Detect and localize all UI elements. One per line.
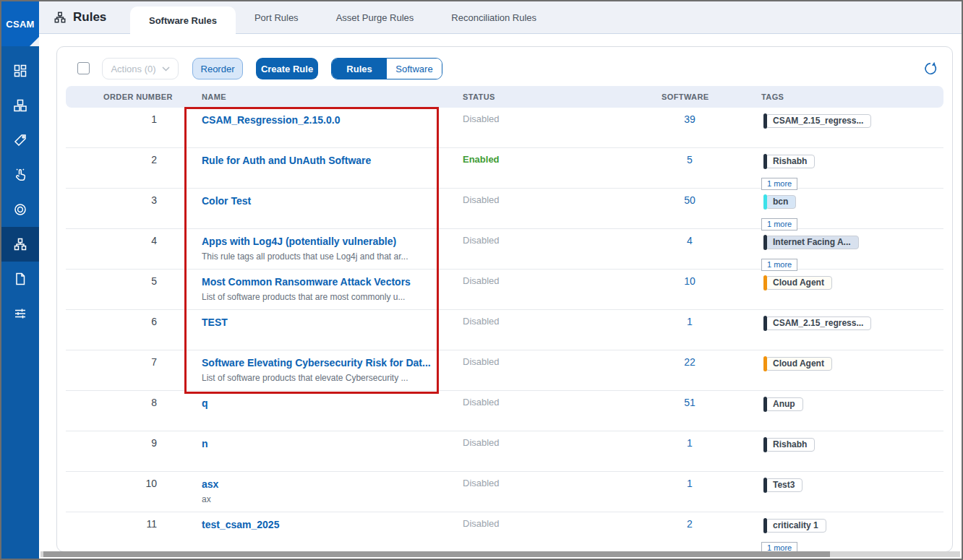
order-number-cell: 8	[103, 397, 157, 408]
logo-corner-fold	[30, 37, 39, 46]
tag-label: CSAM_2.15_regress...	[773, 116, 863, 126]
status-cell: Disabled	[463, 518, 549, 529]
software-count-link[interactable]: 1	[650, 437, 729, 449]
rule-name-link[interactable]: asx	[202, 478, 218, 490]
csam-logo[interactable]: CSAM	[1, 1, 39, 46]
rule-description: List of software products that elevate C…	[202, 373, 440, 383]
column-header-order-number[interactable]: ORDER NUMBER	[103, 92, 173, 101]
tag-chip[interactable]: Rishabh	[766, 438, 815, 452]
rule-description: List of software products that are most …	[202, 292, 440, 302]
rule-name-link[interactable]: Apps with Log4J (potentially vulnerable)	[202, 236, 396, 247]
tag-chip[interactable]: Cloud Agent	[766, 276, 832, 290]
dashboard-icon	[13, 64, 27, 78]
tag-chip[interactable]: CSAM_2.15_regress...	[766, 114, 871, 128]
software-count-link[interactable]: 2	[650, 518, 729, 530]
sidebar-item-dashboard[interactable]	[1, 53, 39, 88]
tag-color-bar	[763, 316, 767, 331]
document-icon	[13, 272, 27, 286]
table-row: 7 Software Elevating Cybersecurity Risk …	[66, 350, 943, 391]
select-all-checkbox[interactable]	[77, 62, 90, 74]
sidebar-item-os[interactable]	[1, 192, 39, 227]
rule-name-link[interactable]: TEST	[202, 316, 228, 328]
create-rule-button[interactable]: Create Rule	[256, 58, 318, 79]
tag-chip[interactable]: Internet Facing A...	[766, 236, 859, 249]
tag-color-bar	[763, 397, 767, 412]
horizontal-scrollbar-thumb[interactable]	[43, 551, 830, 557]
software-count-link[interactable]: 5	[650, 154, 729, 165]
software-count-link[interactable]: 50	[650, 194, 729, 206]
column-header-status[interactable]: STATUS	[463, 92, 495, 101]
table-body: 1 CSAM_Resgression_2.15.0.0 Disabled 39 …	[66, 108, 943, 553]
name-cell: q	[202, 397, 440, 410]
software-count-link[interactable]: 4	[650, 235, 729, 246]
rule-name-link[interactable]: test_csam_2025	[202, 519, 279, 530]
ring-icon	[13, 202, 27, 217]
tags-cell: Test3	[761, 478, 942, 492]
sidebar-item-tags[interactable]	[1, 123, 39, 158]
rule-name-link[interactable]: Software Elevating Cybersecurity Risk fo…	[202, 357, 431, 369]
order-number-cell: 2	[103, 154, 157, 165]
software-count-link[interactable]: 10	[650, 275, 729, 287]
software-count-link[interactable]: 51	[650, 397, 729, 408]
sidebar-item-configuration[interactable]	[1, 296, 39, 331]
tag-chip[interactable]: Anup	[766, 397, 803, 411]
tab-reconciliation-rules[interactable]: Reconciliation Rules	[432, 1, 555, 33]
name-cell: Software Elevating Cybersecurity Risk fo…	[202, 356, 440, 383]
tag-label: criticality 1	[773, 520, 818, 530]
reorder-button[interactable]: Reorder	[192, 58, 243, 79]
order-number-cell: 3	[103, 194, 157, 206]
column-header-name[interactable]: NAME	[202, 92, 226, 101]
tag-chip[interactable]: CSAM_2.15_regress...	[766, 316, 871, 330]
status-cell: Disabled	[463, 316, 549, 327]
tag-chip[interactable]: Rishabh	[766, 155, 815, 168]
tag-chip[interactable]: Cloud Agent	[766, 357, 832, 371]
rule-name-link[interactable]: Rule for Auth and UnAuth Software	[202, 155, 371, 166]
tags-cell: Rishabh	[761, 437, 942, 452]
status-cell: Disabled	[463, 397, 549, 408]
tab-asset-purge-rules[interactable]: Asset Purge Rules	[317, 1, 433, 33]
tab-port-rules[interactable]: Port Rules	[236, 1, 317, 33]
order-number-cell: 5	[103, 275, 157, 287]
tab-software-rules[interactable]: Software Rules	[130, 7, 236, 34]
software-count-link[interactable]: 1	[650, 316, 729, 327]
actions-dropdown-button[interactable]: Actions (0)	[102, 58, 179, 79]
sidebar-item-rules[interactable]	[1, 227, 39, 262]
software-count-link[interactable]: 22	[650, 356, 729, 368]
order-number-cell: 9	[103, 437, 157, 449]
tag-color-bar	[763, 356, 767, 371]
order-number-cell: 11	[103, 518, 157, 530]
sidebar-item-inventory[interactable]	[1, 88, 39, 123]
rules-panel: Actions (0) Reorder Create Rule Rules So…	[56, 46, 953, 552]
tag-chip[interactable]: Test3	[766, 478, 803, 492]
refresh-button[interactable]	[923, 61, 938, 77]
tab-bar: Software Rules Port Rules Asset Purge Ru…	[130, 1, 555, 33]
rule-name-link[interactable]: Most Common Ransomware Attack Vectors	[202, 276, 411, 288]
status-cell: Disabled	[463, 194, 549, 205]
horizontal-scrollbar[interactable]	[40, 551, 960, 557]
sidebar-item-reports[interactable]	[1, 262, 39, 296]
sidebar-nav	[1, 53, 39, 331]
tag-chip[interactable]: bcn	[766, 195, 796, 209]
rule-name-link[interactable]: q	[202, 397, 208, 409]
tag-label: Rishabh	[773, 156, 807, 166]
column-header-software[interactable]: SOFTWARE	[662, 92, 709, 101]
toggle-software[interactable]: Software	[387, 59, 442, 79]
table-row: 2 Rule for Auth and UnAuth Software Enab…	[66, 148, 943, 189]
rule-name-link[interactable]: Color Test	[202, 195, 251, 207]
column-header-tags[interactable]: TAGS	[761, 92, 784, 101]
tags-cell: CSAM_2.15_regress...	[761, 113, 942, 128]
tag-chip[interactable]: criticality 1	[766, 519, 826, 533]
tag-label: Cloud Agent	[773, 358, 824, 369]
rule-name-link[interactable]: n	[202, 438, 208, 449]
tag-label: bcn	[773, 197, 788, 207]
tag-label: Rishabh	[773, 439, 807, 449]
top-header: Rules Software Rules Port Rules Asset Pu…	[39, 1, 962, 34]
software-count-link[interactable]: 39	[650, 113, 729, 125]
rule-description: ax	[202, 494, 440, 504]
rule-name-link[interactable]: CSAM_Resgression_2.15.0.0	[202, 114, 340, 126]
toggle-rules[interactable]: Rules	[332, 59, 387, 79]
software-count-link[interactable]: 1	[650, 478, 729, 489]
table-row: 9 n Disabled 1 Rishabh	[66, 431, 943, 472]
table-header: ORDER NUMBER NAME STATUS SOFTWARE TAGS	[66, 86, 943, 108]
sidebar-item-responses[interactable]	[1, 158, 39, 192]
